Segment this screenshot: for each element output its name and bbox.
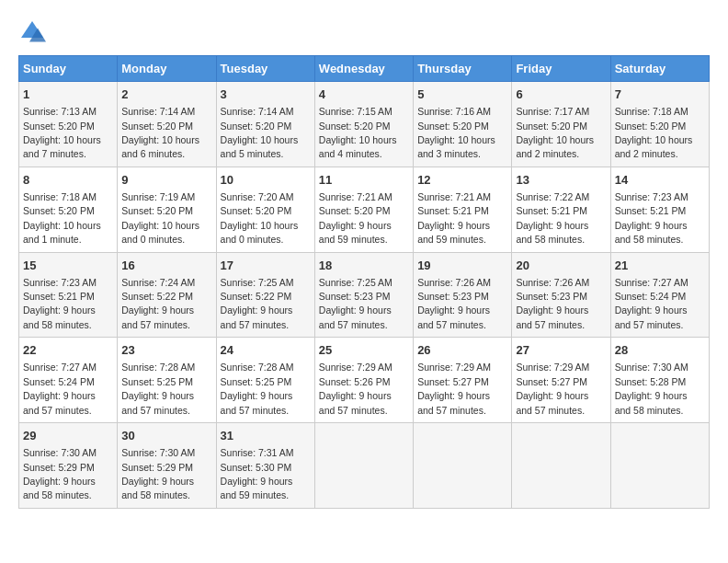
day-cell: 8Sunrise: 7:18 AMSunset: 5:20 PMDaylight… <box>19 167 118 252</box>
week-row-3: 15Sunrise: 7:23 AMSunset: 5:21 PMDayligh… <box>19 252 710 338</box>
day-cell <box>414 423 512 509</box>
sunrise-text: Sunrise: 7:24 AMSunset: 5:22 PMDaylight:… <box>121 277 195 330</box>
day-cell <box>314 423 413 509</box>
day-number: 1 <box>23 86 113 103</box>
day-number: 28 <box>615 342 705 359</box>
day-cell: 9Sunrise: 7:19 AMSunset: 5:20 PMDaylight… <box>118 167 216 252</box>
day-cell: 25Sunrise: 7:29 AMSunset: 5:26 PMDayligh… <box>314 338 413 423</box>
day-cell: 22Sunrise: 7:27 AMSunset: 5:24 PMDayligh… <box>19 338 118 423</box>
day-cell: 16Sunrise: 7:24 AMSunset: 5:22 PMDayligh… <box>118 252 216 338</box>
day-number: 2 <box>121 86 211 103</box>
calendar-header: SundayMondayTuesdayWednesdayThursdayFrid… <box>19 56 710 82</box>
day-cell: 18Sunrise: 7:25 AMSunset: 5:23 PMDayligh… <box>314 252 413 338</box>
day-cell <box>610 423 709 509</box>
day-number: 25 <box>319 342 409 359</box>
day-cell: 20Sunrise: 7:26 AMSunset: 5:23 PMDayligh… <box>512 252 610 338</box>
sunrise-text: Sunrise: 7:22 AMSunset: 5:21 PMDaylight:… <box>516 191 589 245</box>
header-cell-thursday: Thursday <box>414 56 512 82</box>
week-row-5: 29Sunrise: 7:30 AMSunset: 5:29 PMDayligh… <box>19 423 710 509</box>
sunrise-text: Sunrise: 7:19 AMSunset: 5:20 PMDaylight:… <box>121 191 199 245</box>
sunrise-text: Sunrise: 7:13 AMSunset: 5:20 PMDaylight:… <box>23 106 101 159</box>
sunrise-text: Sunrise: 7:23 AMSunset: 5:21 PMDaylight:… <box>615 191 688 245</box>
sunrise-text: Sunrise: 7:25 AMSunset: 5:22 PMDaylight:… <box>221 277 294 330</box>
day-number: 14 <box>615 172 705 189</box>
sunrise-text: Sunrise: 7:17 AMSunset: 5:20 PMDaylight:… <box>516 106 594 159</box>
day-number: 21 <box>615 258 705 274</box>
day-cell: 1Sunrise: 7:13 AMSunset: 5:20 PMDaylight… <box>19 82 118 167</box>
sunrise-text: Sunrise: 7:27 AMSunset: 5:24 PMDaylight:… <box>615 277 688 330</box>
day-cell: 27Sunrise: 7:29 AMSunset: 5:27 PMDayligh… <box>512 338 610 423</box>
day-cell: 10Sunrise: 7:20 AMSunset: 5:20 PMDayligh… <box>216 167 314 252</box>
day-number: 7 <box>615 86 705 103</box>
day-cell: 29Sunrise: 7:30 AMSunset: 5:29 PMDayligh… <box>19 423 118 509</box>
day-cell: 15Sunrise: 7:23 AMSunset: 5:21 PMDayligh… <box>19 252 118 338</box>
day-number: 26 <box>417 342 507 359</box>
sunrise-text: Sunrise: 7:28 AMSunset: 5:25 PMDaylight:… <box>121 362 195 415</box>
header-cell-saturday: Saturday <box>610 56 709 82</box>
sunrise-text: Sunrise: 7:30 AMSunset: 5:28 PMDaylight:… <box>615 362 688 415</box>
day-cell: 19Sunrise: 7:26 AMSunset: 5:23 PMDayligh… <box>414 252 512 338</box>
day-cell: 12Sunrise: 7:21 AMSunset: 5:21 PMDayligh… <box>414 167 512 252</box>
day-cell: 6Sunrise: 7:17 AMSunset: 5:20 PMDaylight… <box>512 82 610 167</box>
sunrise-text: Sunrise: 7:21 AMSunset: 5:21 PMDaylight:… <box>417 191 491 245</box>
sunrise-text: Sunrise: 7:29 AMSunset: 5:27 PMDaylight:… <box>417 362 491 415</box>
day-number: 16 <box>121 258 211 274</box>
sunrise-text: Sunrise: 7:20 AMSunset: 5:20 PMDaylight:… <box>221 191 299 245</box>
header-cell-sunday: Sunday <box>19 56 118 82</box>
day-cell: 3Sunrise: 7:14 AMSunset: 5:20 PMDaylight… <box>216 82 314 167</box>
sunrise-text: Sunrise: 7:31 AMSunset: 5:30 PMDaylight:… <box>221 447 294 500</box>
sunrise-text: Sunrise: 7:26 AMSunset: 5:23 PMDaylight:… <box>417 277 491 330</box>
sunrise-text: Sunrise: 7:29 AMSunset: 5:26 PMDaylight:… <box>319 362 392 415</box>
day-cell: 7Sunrise: 7:18 AMSunset: 5:20 PMDaylight… <box>610 82 709 167</box>
logo <box>18 18 50 46</box>
day-cell: 13Sunrise: 7:22 AMSunset: 5:21 PMDayligh… <box>512 167 610 252</box>
sunrise-text: Sunrise: 7:30 AMSunset: 5:29 PMDaylight:… <box>23 447 97 500</box>
day-number: 22 <box>23 342 113 359</box>
day-number: 4 <box>319 86 409 103</box>
day-cell: 5Sunrise: 7:16 AMSunset: 5:20 PMDaylight… <box>414 82 512 167</box>
day-number: 15 <box>23 258 113 274</box>
day-cell: 28Sunrise: 7:30 AMSunset: 5:28 PMDayligh… <box>610 338 709 423</box>
sunrise-text: Sunrise: 7:30 AMSunset: 5:29 PMDaylight:… <box>121 447 195 500</box>
sunrise-text: Sunrise: 7:27 AMSunset: 5:24 PMDaylight:… <box>23 362 97 415</box>
day-number: 3 <box>221 86 311 103</box>
day-number: 6 <box>516 86 606 103</box>
day-cell: 2Sunrise: 7:14 AMSunset: 5:20 PMDaylight… <box>118 82 216 167</box>
day-cell <box>512 423 610 509</box>
day-number: 31 <box>221 428 311 444</box>
header-cell-monday: Monday <box>118 56 216 82</box>
day-number: 5 <box>417 86 507 103</box>
day-number: 29 <box>23 428 113 444</box>
sunrise-text: Sunrise: 7:15 AMSunset: 5:20 PMDaylight:… <box>319 106 397 159</box>
sunrise-text: Sunrise: 7:21 AMSunset: 5:20 PMDaylight:… <box>319 191 392 245</box>
day-cell: 26Sunrise: 7:29 AMSunset: 5:27 PMDayligh… <box>414 338 512 423</box>
sunrise-text: Sunrise: 7:29 AMSunset: 5:27 PMDaylight:… <box>516 362 589 415</box>
day-cell: 30Sunrise: 7:30 AMSunset: 5:29 PMDayligh… <box>118 423 216 509</box>
week-row-1: 1Sunrise: 7:13 AMSunset: 5:20 PMDaylight… <box>19 82 710 167</box>
day-number: 11 <box>319 172 409 189</box>
day-number: 9 <box>121 172 211 189</box>
day-number: 30 <box>121 428 211 444</box>
sunrise-text: Sunrise: 7:18 AMSunset: 5:20 PMDaylight:… <box>615 106 693 159</box>
day-cell: 14Sunrise: 7:23 AMSunset: 5:21 PMDayligh… <box>610 167 709 252</box>
sunrise-text: Sunrise: 7:23 AMSunset: 5:21 PMDaylight:… <box>23 277 97 330</box>
logo-icon <box>18 18 46 46</box>
sunrise-text: Sunrise: 7:25 AMSunset: 5:23 PMDaylight:… <box>319 277 392 330</box>
day-number: 12 <box>417 172 507 189</box>
sunrise-text: Sunrise: 7:28 AMSunset: 5:25 PMDaylight:… <box>221 362 294 415</box>
header-cell-tuesday: Tuesday <box>216 56 314 82</box>
day-number: 8 <box>23 172 113 189</box>
calendar-table: SundayMondayTuesdayWednesdayThursdayFrid… <box>18 55 710 509</box>
day-number: 19 <box>417 258 507 274</box>
day-cell: 4Sunrise: 7:15 AMSunset: 5:20 PMDaylight… <box>314 82 413 167</box>
day-number: 13 <box>516 172 606 189</box>
day-cell: 24Sunrise: 7:28 AMSunset: 5:25 PMDayligh… <box>216 338 314 423</box>
day-number: 23 <box>121 342 211 359</box>
header-cell-wednesday: Wednesday <box>314 56 413 82</box>
sunrise-text: Sunrise: 7:26 AMSunset: 5:23 PMDaylight:… <box>516 277 589 330</box>
calendar-body: 1Sunrise: 7:13 AMSunset: 5:20 PMDaylight… <box>19 82 710 509</box>
day-cell: 23Sunrise: 7:28 AMSunset: 5:25 PMDayligh… <box>118 338 216 423</box>
day-cell: 17Sunrise: 7:25 AMSunset: 5:22 PMDayligh… <box>216 252 314 338</box>
sunrise-text: Sunrise: 7:14 AMSunset: 5:20 PMDaylight:… <box>221 106 299 159</box>
header-cell-friday: Friday <box>512 56 610 82</box>
